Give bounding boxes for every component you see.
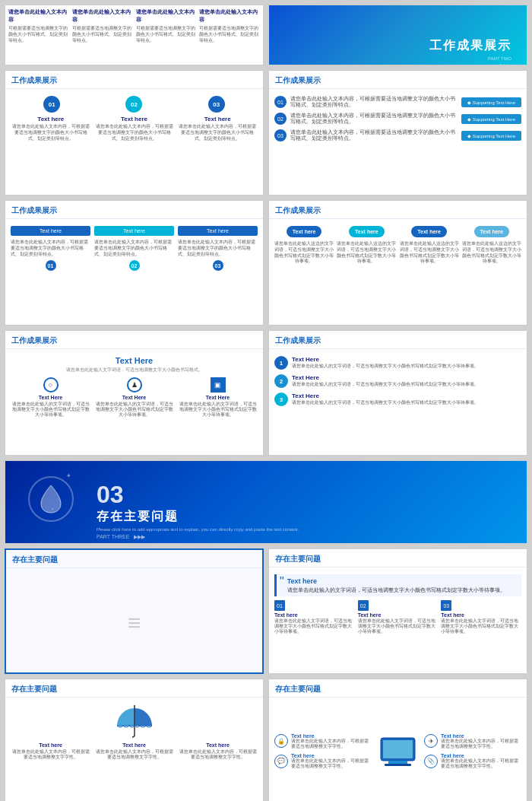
icon-title-1: Text Here [11,395,90,400]
problem-cols: 01 Text here 请您单击此处输入文字词语，可适当地调整文字大小颜色书写… [274,600,521,634]
problem-col-text-2: 请您单击此处输入文字词语，可适当地调整文字大小颜色书写格式划定字数大小等待事项。 [358,618,439,634]
section-title-f: 工作成果展示 [269,331,527,349]
banner-part: PART TWO [429,56,511,61]
problem-col-3: 03 Text here 请您单击此处输入文字词语，可适当地调整文字大小颜色书写… [441,600,521,634]
type-c-col-2: 请您单击此处输入文本内容，可根据需要适当地调整文字的颜色大小书写格式、划定类别等… [94,240,174,257]
slide-type-f: 工作成果展示 1 Text Here 请您单击此处输入的文字词语，可适当地调整文… [268,330,527,456]
main-subtitle: 请您单击此处输入文字词语，可适当地调整文字大小颜色书写格式。 [11,367,258,373]
svg-rect-4 [388,761,407,764]
col-text-4: 可根据需要适当地调整文字的颜色大小书写格式、划定类别等特点。 [199,25,260,44]
circle-icon-1: ○ [43,377,59,393]
problem-num-03: 03 [441,600,451,611]
slide-type-c: 工作成果展示 Text here Text here Text here 请您单… [5,200,264,326]
computer-right-col: ✈ Text here 请您单击此处输入文本内容，可根据需要适当地调整整文字字性… [424,733,521,774]
item-num-03: 03 [274,129,287,141]
col-title: Text here [177,116,258,122]
supporting-btn-2[interactable]: ◆ Supporting Text Here [461,114,521,124]
type-c-nums: 01 02 03 [11,260,258,271]
type-c-columns: 请您单击此处输入文本内容，可根据需要适当地调整文字的颜色大小书写格式、划定类别等… [11,240,258,257]
item-num-02: 02 [274,113,287,125]
col-text-3: 可根据需要适当地调整文字的颜色大小书写格式、划定类别等特点。 [136,25,197,44]
computer-center [375,734,421,773]
type-f-item-2: 2 Text Here 请您单击此处输入的文字词语，可适当地调整文字大小颜色书写… [274,374,521,388]
type-d-col-3: 请您单击此处输入这边的文字词语，可适当地调整文字大小颜色书写格式划定字数大小等待… [400,241,459,265]
umbrella-col-1: Text here 请您单击此处输入文本内容，可根据需要适当地调整整文字字性。 [11,742,90,760]
supporting-btn-1[interactable]: ◆ Supporting Text Here [461,97,521,107]
section3-title: 存在主要问题 [97,509,511,525]
section-title-a: 工作成果展示 [5,71,263,89]
icon-title-2: Text Here [94,395,174,400]
type-b-item-1: 01 请您单击此处输入文本内容，可根据需要适当地调整文字的颜色大小书写格式、划定… [274,96,521,109]
quote-mark: " [280,577,284,587]
slide-type-d: 工作成果展示 Text here Text here Text here Tex… [268,200,527,326]
f-num-3: 3 [274,393,288,406]
icon-item-text-3: 请您单击此处输入文本内容，可根据需要适当地调整整文字字性。 [441,739,521,749]
section3-banner: ✦ ✦ ✦ 03 存在主要问题 Please click here to add… [5,461,527,544]
problem-col-title-3: Text here [441,612,521,618]
f-content-3: Text Here 请您单击此处输入的文字词语，可适当地调整文字大小颜色书写格式… [292,393,479,406]
umbrella-title-1: Text here [11,742,90,748]
clip-icon: 📎 [424,755,438,768]
col-text: 请您单击此处输入文本内容，可根据需要适当地调整文字的颜色大小书写格式、划定类别等… [11,124,91,141]
num-02: 02 [129,260,140,271]
bubble-4: Text here [474,226,510,237]
type-d-bubbles: Text here Text here Text here Text here [274,226,521,237]
type-a-col-3: Text here 请您单击此处输入文本内容，可根据需要适当地调整文字的颜色大小… [177,116,258,141]
section-title-c: 工作成果展示 [5,201,263,219]
section3-text: 03 存在主要问题 Please click here to add appro… [21,481,511,540]
icon-text-2: 请您单击此处输入的文字词语，可适当地调整文字大小颜色书写格式划定字数大小等待事项… [94,402,174,418]
type-c-headers: Text here Text here Text here [11,226,258,236]
type-b-item-3: 03 请您单击此处输入文本内容，可根据需要适当地调整文字的颜色大小书写格式、划定… [274,129,521,142]
slide-f-content: 1 Text Here 请您单击此处输入的文字词语，可适当地调整文字大小颜色书写… [269,352,527,456]
col-title: Text here [94,116,175,122]
problem-col-text-3: 请您单击此处输入文字词语，可适当地调整文字大小颜色书写格式划定字数大小等待事项。 [441,618,521,634]
umbrella-col-2: Text here 请您单击此处输入文本内容，可根据需要适当地调整整文字字性。 [94,742,174,760]
slide-type-b: 工作成果展示 01 请您单击此处输入文本内容，可根据需要适当地调整文字的颜色大小… [268,70,527,195]
computer-left-col: 🔒 Text here 请您单击此处输入文本内容，可根据需要适当地调整整文字字性… [274,733,372,774]
icon-grid-item-2: 💬 Text here 请您单击此处输入文本内容，可根据需要适当地调整整文字字性… [274,753,372,769]
slide-b-content: 01 请您单击此处输入文本内容，可根据需要适当地调整文字的颜色大小书写格式、划定… [269,92,527,195]
icon-item-title-1: Text here [291,733,372,739]
banner-chevrons: ▶▶▶ [429,62,511,65]
icons-row: ○ Text Here 请您单击此处输入的文字词语，可适当地调整文字大小颜色书写… [11,377,258,418]
icon-text-block-3: Text here 请您单击此处输入文本内容，可根据需要适当地调整整文字字性。 [441,733,521,749]
f-text-3: 请您单击此处输入的文字词语，可适当地调整文字大小颜色书写格式划定字数大小等待事项… [292,400,479,406]
type-a-col-1: Text here 请您单击此处输入文本内容，可根据需要适当地调整文字的颜色大小… [11,116,91,141]
icon-item-text-2: 请您单击此处输入文本内容，可根据需要适当地调整整文字字性。 [291,758,372,769]
placeholder-icon: ≡ [128,610,141,636]
section-title-d: 工作成果展示 [269,201,527,219]
col-title-4: 请您单击此处输入文本内容 [199,8,260,24]
icon-col-3: ▣ Text Here 请您单击此处输入的文字词语，可适当地调整文字大小颜色书写… [178,377,258,418]
col-title-2: 请您单击此处输入文本内容 [72,8,133,24]
icon-item-title-2: Text here [291,753,372,758]
num-circle-02: 02 [125,96,142,113]
banner-title: 工作成果展示 [429,38,511,54]
bubble-3: Text here [411,226,447,237]
square-icon-3: ▣ [211,377,226,393]
supporting-btn-3[interactable]: ◆ Supporting Text Here [461,131,521,141]
type-a-col-2: Text here 请您单击此处输入文本内容，可根据需要适当地调整文字的颜色大小… [94,116,175,141]
problem-num-01: 01 [274,600,285,611]
icon-item-text-4: 请您单击此处输入文本内容，可根据需要适当地调整整文字字性。 [441,758,521,769]
problem-col-1: 01 Text here 请您单击此处输入文字词语，可适当地调整文字大小颜色书写… [274,600,355,634]
icon-text-block-4: Text here 请您单击此处输入文本内容，可根据需要适当地调整整文字字性。 [441,753,521,769]
item-text-3: 请您单击此处输入文本内容，可根据需要适当地调整文字的颜色大小书写格式、划定类别等… [290,129,458,142]
slide-c-content: Text here Text here Text here 请您单击此处输入文本… [5,222,263,326]
col-title-1: 请您单击此处输入文本内容 [8,8,69,24]
slide-a-content: 01 02 03 Text here 请您单击此处输入文本内容，可根据需要适当地… [5,92,263,195]
icon-item-text-1: 请您单击此处输入文本内容，可根据需要适当地调整整文字字性。 [291,739,372,749]
section2-banner: 工作成果展示 PART TWO ▶▶▶ [268,5,527,65]
chat-icon: 💬 [274,755,288,768]
num-01: 01 [46,260,56,271]
col-title: Text here [11,116,91,122]
icon-grid-item-4: 📎 Text here 请您单击此处输入文本内容，可根据需要适当地调整整文字字性… [424,753,521,769]
icon-text-1: 请您单击此处输入的文字词语，可适当地调整文字大小颜色书写格式划定字数大小等待事项… [11,402,90,418]
btn-header-1: Text here [11,226,90,236]
svg-rect-5 [385,764,411,766]
problem-col-2: 02 Text here 请您单击此处输入文字词语，可适当地调整文字大小颜色书写… [358,600,439,634]
deco-circle [28,476,74,522]
item-num-01: 01 [274,96,287,108]
icon-col-2: ♟ Text Here 请您单击此处输入的文字词语，可适当地调整文字大小颜色书写… [94,377,174,418]
problem-col-text-1: 请您单击此处输入文字词语，可适当地调整文字大小颜色书写格式划定字数大小等待事项。 [274,618,355,634]
computer-grid-slide: 存在主要问题 🔒 Text here 请您单击此处输入文本内容，可根据需要适当地… [268,679,527,801]
